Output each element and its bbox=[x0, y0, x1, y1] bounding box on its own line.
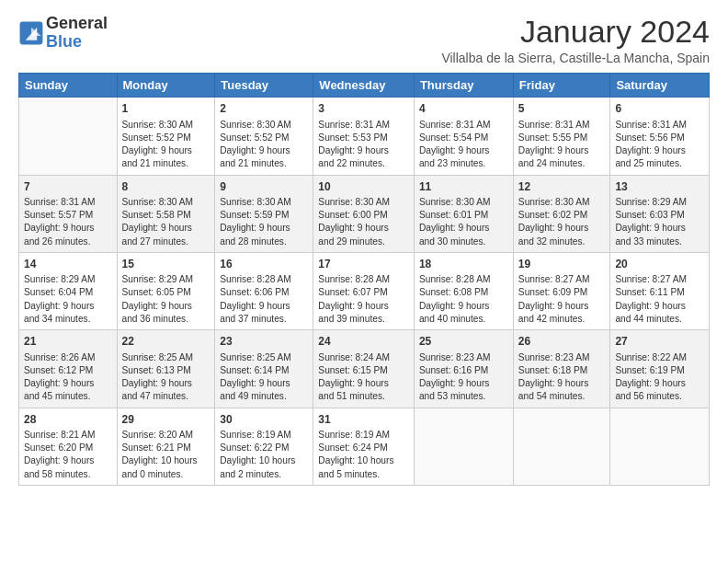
location-title: Villalba de la Sierra, Castille-La Manch… bbox=[441, 51, 710, 65]
day-info: Sunrise: 8:29 AMSunset: 6:04 PMDaylight:… bbox=[24, 273, 112, 326]
weekday-header-thursday: Thursday bbox=[414, 74, 513, 98]
calendar-cell: 6Sunrise: 8:31 AMSunset: 5:56 PMDaylight… bbox=[610, 98, 710, 175]
day-info: Sunrise: 8:28 AMSunset: 6:08 PMDaylight:… bbox=[419, 273, 508, 326]
title-block: January 2024 Villalba de la Sierra, Cast… bbox=[441, 15, 710, 65]
weekday-header-friday: Friday bbox=[513, 74, 610, 98]
weekday-header-saturday: Saturday bbox=[610, 74, 710, 98]
day-number: 27 bbox=[615, 334, 704, 349]
logo-icon bbox=[18, 20, 44, 46]
day-number: 26 bbox=[518, 334, 606, 349]
day-info: Sunrise: 8:23 AMSunset: 6:16 PMDaylight:… bbox=[419, 351, 508, 404]
day-number: 19 bbox=[518, 257, 606, 271]
logo: General Blue bbox=[18, 15, 108, 52]
day-info: Sunrise: 8:27 AMSunset: 6:11 PMDaylight:… bbox=[615, 273, 704, 326]
day-info: Sunrise: 8:26 AMSunset: 6:12 PMDaylight:… bbox=[24, 351, 112, 404]
day-number: 3 bbox=[318, 101, 409, 116]
calendar-cell bbox=[513, 408, 610, 485]
day-info: Sunrise: 8:22 AMSunset: 6:19 PMDaylight:… bbox=[615, 351, 704, 404]
calendar-cell: 30Sunrise: 8:19 AMSunset: 6:22 PMDayligh… bbox=[215, 408, 313, 485]
day-info: Sunrise: 8:25 AMSunset: 6:14 PMDaylight:… bbox=[220, 351, 308, 404]
calendar-cell: 2Sunrise: 8:30 AMSunset: 5:52 PMDaylight… bbox=[215, 98, 313, 175]
calendar-cell: 23Sunrise: 8:25 AMSunset: 6:14 PMDayligh… bbox=[215, 330, 313, 408]
calendar: SundayMondayTuesdayWednesdayThursdayFrid… bbox=[18, 73, 710, 486]
day-info: Sunrise: 8:24 AMSunset: 6:15 PMDaylight:… bbox=[318, 351, 409, 404]
day-number: 18 bbox=[419, 257, 508, 271]
calendar-cell: 13Sunrise: 8:29 AMSunset: 6:03 PMDayligh… bbox=[610, 175, 710, 252]
day-info: Sunrise: 8:30 AMSunset: 5:52 PMDaylight:… bbox=[122, 119, 210, 171]
day-number: 17 bbox=[318, 257, 409, 271]
day-number: 8 bbox=[122, 179, 210, 194]
day-number: 13 bbox=[615, 179, 704, 194]
calendar-cell: 11Sunrise: 8:30 AMSunset: 6:01 PMDayligh… bbox=[414, 175, 513, 252]
day-info: Sunrise: 8:31 AMSunset: 5:56 PMDaylight:… bbox=[615, 119, 704, 171]
calendar-cell: 20Sunrise: 8:27 AMSunset: 6:11 PMDayligh… bbox=[610, 253, 710, 330]
calendar-cell: 27Sunrise: 8:22 AMSunset: 6:19 PMDayligh… bbox=[610, 330, 710, 408]
header: General Blue January 2024 Villalba de la… bbox=[18, 15, 710, 65]
logo-text: General Blue bbox=[46, 15, 108, 52]
day-number: 24 bbox=[318, 334, 409, 349]
day-info: Sunrise: 8:31 AMSunset: 5:53 PMDaylight:… bbox=[318, 119, 409, 171]
day-number: 2 bbox=[220, 101, 308, 116]
day-info: Sunrise: 8:19 AMSunset: 6:24 PMDaylight:… bbox=[318, 429, 409, 481]
day-number: 25 bbox=[419, 334, 508, 349]
calendar-cell: 28Sunrise: 8:21 AMSunset: 6:20 PMDayligh… bbox=[19, 408, 118, 485]
day-info: Sunrise: 8:31 AMSunset: 5:54 PMDaylight:… bbox=[419, 119, 508, 171]
day-number: 7 bbox=[24, 179, 112, 194]
month-title: January 2024 bbox=[441, 15, 710, 49]
calendar-cell: 5Sunrise: 8:31 AMSunset: 5:55 PMDaylight… bbox=[513, 98, 610, 175]
calendar-week-row: 7Sunrise: 8:31 AMSunset: 5:57 PMDaylight… bbox=[19, 175, 710, 252]
calendar-week-row: 1Sunrise: 8:30 AMSunset: 5:52 PMDaylight… bbox=[19, 98, 710, 175]
calendar-cell: 9Sunrise: 8:30 AMSunset: 5:59 PMDaylight… bbox=[215, 175, 313, 252]
day-number: 23 bbox=[220, 334, 308, 349]
weekday-header-tuesday: Tuesday bbox=[215, 74, 313, 98]
day-info: Sunrise: 8:21 AMSunset: 6:20 PMDaylight:… bbox=[24, 429, 112, 481]
calendar-cell: 24Sunrise: 8:24 AMSunset: 6:15 PMDayligh… bbox=[313, 330, 415, 408]
day-info: Sunrise: 8:19 AMSunset: 6:22 PMDaylight:… bbox=[220, 429, 308, 481]
day-number: 31 bbox=[318, 412, 409, 427]
calendar-cell: 18Sunrise: 8:28 AMSunset: 6:08 PMDayligh… bbox=[414, 253, 513, 330]
day-info: Sunrise: 8:30 AMSunset: 5:59 PMDaylight:… bbox=[220, 196, 308, 248]
calendar-cell: 31Sunrise: 8:19 AMSunset: 6:24 PMDayligh… bbox=[313, 408, 415, 485]
day-info: Sunrise: 8:23 AMSunset: 6:18 PMDaylight:… bbox=[518, 351, 606, 404]
day-info: Sunrise: 8:28 AMSunset: 6:06 PMDaylight:… bbox=[220, 273, 308, 326]
day-number: 30 bbox=[220, 412, 308, 427]
day-number: 28 bbox=[24, 412, 112, 427]
day-info: Sunrise: 8:20 AMSunset: 6:21 PMDaylight:… bbox=[122, 429, 210, 481]
day-info: Sunrise: 8:29 AMSunset: 6:05 PMDaylight:… bbox=[122, 273, 210, 326]
calendar-cell bbox=[414, 408, 513, 485]
calendar-week-row: 28Sunrise: 8:21 AMSunset: 6:20 PMDayligh… bbox=[19, 408, 710, 485]
weekday-header-wednesday: Wednesday bbox=[313, 74, 415, 98]
calendar-cell bbox=[19, 98, 118, 175]
day-number: 16 bbox=[220, 257, 308, 271]
calendar-week-row: 14Sunrise: 8:29 AMSunset: 6:04 PMDayligh… bbox=[19, 253, 710, 330]
calendar-cell: 8Sunrise: 8:30 AMSunset: 5:58 PMDaylight… bbox=[117, 175, 215, 252]
calendar-cell: 10Sunrise: 8:30 AMSunset: 6:00 PMDayligh… bbox=[313, 175, 415, 252]
day-number: 5 bbox=[518, 101, 606, 116]
weekday-header-sunday: Sunday bbox=[19, 74, 118, 98]
day-info: Sunrise: 8:28 AMSunset: 6:07 PMDaylight:… bbox=[318, 273, 409, 326]
calendar-cell: 17Sunrise: 8:28 AMSunset: 6:07 PMDayligh… bbox=[313, 253, 415, 330]
day-number: 12 bbox=[518, 179, 606, 194]
day-info: Sunrise: 8:27 AMSunset: 6:09 PMDaylight:… bbox=[518, 273, 606, 326]
calendar-cell: 21Sunrise: 8:26 AMSunset: 6:12 PMDayligh… bbox=[19, 330, 118, 408]
day-number: 29 bbox=[122, 412, 210, 427]
day-info: Sunrise: 8:30 AMSunset: 6:00 PMDaylight:… bbox=[318, 196, 409, 248]
day-info: Sunrise: 8:31 AMSunset: 5:57 PMDaylight:… bbox=[24, 196, 112, 248]
day-number: 9 bbox=[220, 179, 308, 194]
day-number: 15 bbox=[122, 257, 210, 271]
calendar-cell: 4Sunrise: 8:31 AMSunset: 5:54 PMDaylight… bbox=[414, 98, 513, 175]
day-info: Sunrise: 8:25 AMSunset: 6:13 PMDaylight:… bbox=[122, 351, 210, 404]
calendar-week-row: 21Sunrise: 8:26 AMSunset: 6:12 PMDayligh… bbox=[19, 330, 710, 408]
calendar-cell: 7Sunrise: 8:31 AMSunset: 5:57 PMDaylight… bbox=[19, 175, 118, 252]
calendar-cell: 16Sunrise: 8:28 AMSunset: 6:06 PMDayligh… bbox=[215, 253, 313, 330]
day-number: 4 bbox=[419, 101, 508, 116]
day-number: 21 bbox=[24, 334, 112, 349]
day-number: 14 bbox=[24, 257, 112, 271]
day-number: 6 bbox=[615, 101, 704, 116]
calendar-cell: 12Sunrise: 8:30 AMSunset: 6:02 PMDayligh… bbox=[513, 175, 610, 252]
calendar-cell: 19Sunrise: 8:27 AMSunset: 6:09 PMDayligh… bbox=[513, 253, 610, 330]
calendar-cell: 25Sunrise: 8:23 AMSunset: 6:16 PMDayligh… bbox=[414, 330, 513, 408]
calendar-cell: 3Sunrise: 8:31 AMSunset: 5:53 PMDaylight… bbox=[313, 98, 415, 175]
day-number: 20 bbox=[615, 257, 704, 271]
calendar-cell: 26Sunrise: 8:23 AMSunset: 6:18 PMDayligh… bbox=[513, 330, 610, 408]
